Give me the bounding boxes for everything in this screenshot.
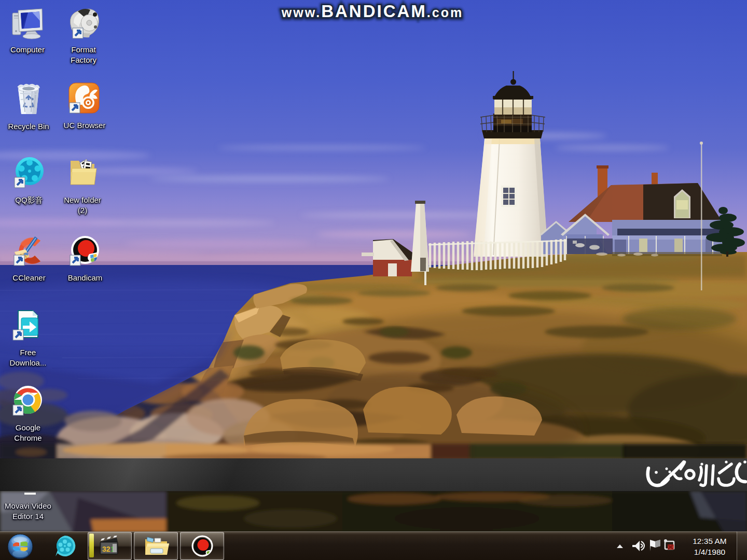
svg-text:www.BANDICAM.com: www.BANDICAM.com [281, 2, 463, 21]
svg-text:32: 32 [102, 545, 110, 553]
